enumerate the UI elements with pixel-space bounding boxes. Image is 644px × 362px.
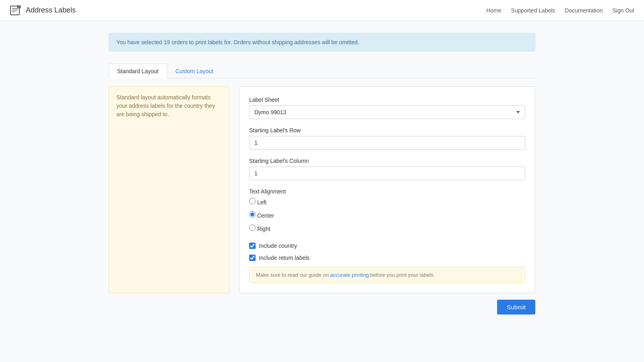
include-return-option[interactable]: Include return labels <box>249 255 525 261</box>
tab-content: Standard layout automatically formats yo… <box>109 78 535 293</box>
submit-row: Submit <box>109 300 535 315</box>
include-country-option[interactable]: Include country <box>249 243 525 249</box>
submit-button[interactable]: Submit <box>497 300 535 315</box>
alignment-center-option[interactable]: Center <box>249 211 525 219</box>
text-alignment-label: Text Alignment <box>249 188 525 195</box>
svg-rect-4 <box>17 5 21 8</box>
alignment-center-label: Center <box>257 212 274 219</box>
tab-standard[interactable]: Standard Layout <box>109 64 167 78</box>
app-title: Address Labels <box>26 6 76 14</box>
note-prefix: Make sure to read our guide on <box>256 272 330 278</box>
nav-sign-out[interactable]: Sign Out <box>613 7 634 14</box>
include-country-label: Include country <box>259 243 297 249</box>
form-note: Make sure to read our guide on accurate … <box>249 267 525 283</box>
standard-info-box: Standard layout automatically formats yo… <box>109 86 229 293</box>
starting-col-group: Starting Label's Column <box>249 158 525 180</box>
alignment-left-option[interactable]: Left <box>249 198 525 206</box>
starting-row-label: Starting Label's Row <box>249 127 525 134</box>
alert-message: You have selected 19 orders to print lab… <box>116 39 359 45</box>
tab-bar: Standard Layout Custom Layout <box>109 64 535 78</box>
nav-home[interactable]: Home <box>486 7 501 14</box>
include-return-label: Include return labels <box>259 255 310 261</box>
label-sheet-select[interactable]: Dymo 99013 Avery 5160 Avery 5163 Avery 8… <box>249 105 525 119</box>
alignment-radio-group: Left Center Right <box>249 198 525 234</box>
alignment-left-label: Left <box>257 199 266 206</box>
info-alert: You have selected 19 orders to print lab… <box>109 33 535 51</box>
starting-col-input[interactable] <box>249 167 525 180</box>
main-content: You have selected 19 orders to print lab… <box>101 21 543 327</box>
alignment-right-radio[interactable] <box>249 224 256 231</box>
starting-row-input[interactable] <box>249 136 525 150</box>
starting-row-group: Starting Label's Row <box>249 127 525 150</box>
nav-supported-labels[interactable]: Supported Labels <box>511 7 555 14</box>
note-suffix: before you print your labels. <box>369 272 435 278</box>
form-panel: Label Sheet Dymo 99013 Avery 5160 Avery … <box>239 86 535 293</box>
include-country-checkbox[interactable] <box>249 243 256 249</box>
alignment-center-radio[interactable] <box>249 211 256 218</box>
label-sheet-label: Label Sheet <box>249 97 525 103</box>
label-sheet-group: Label Sheet Dymo 99013 Avery 5160 Avery … <box>249 97 525 119</box>
alignment-right-option[interactable]: Right <box>249 224 525 232</box>
include-return-checkbox[interactable] <box>249 255 256 261</box>
tab-custom[interactable]: Custom Layout <box>167 64 222 78</box>
accurate-printing-link[interactable]: accurate printing <box>330 272 369 278</box>
text-alignment-group: Text Alignment Left Center Right <box>249 188 525 234</box>
alignment-right-label: Right <box>257 226 270 232</box>
app-brand: Address Labels <box>10 4 76 16</box>
standard-info-text: Standard layout automatically formats yo… <box>116 94 215 117</box>
alignment-left-radio[interactable] <box>249 198 256 204</box>
app-logo-icon <box>10 4 22 16</box>
nav-documentation[interactable]: Documentation <box>565 7 603 14</box>
nav-links: Home Supported Labels Documentation Sign… <box>486 7 634 14</box>
navbar: Address Labels Home Supported Labels Doc… <box>0 0 644 21</box>
starting-col-label: Starting Label's Column <box>249 158 525 164</box>
